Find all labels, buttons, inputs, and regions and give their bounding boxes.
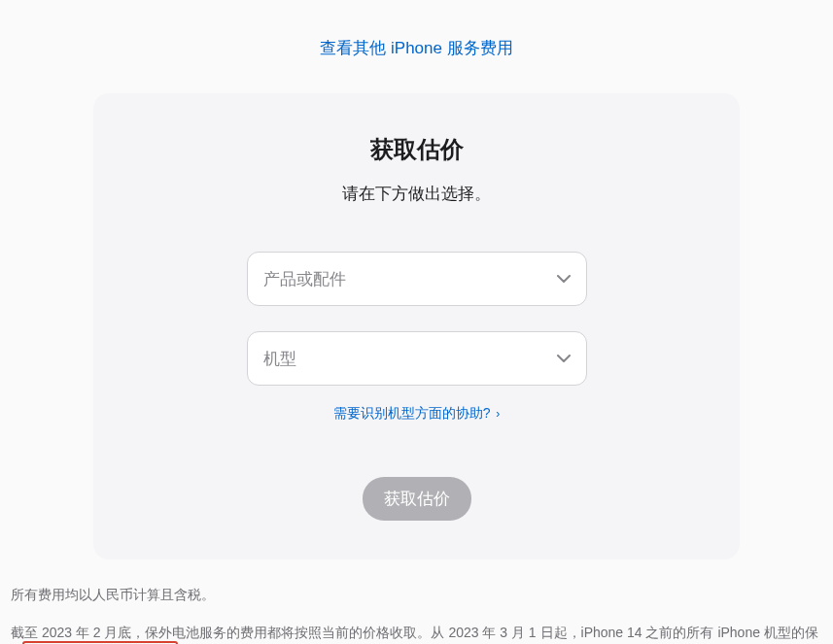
help-link-text: 需要识别机型方面的协助? (333, 405, 491, 421)
estimate-card: 获取估价 请在下方做出选择。 产品或配件 机型 需要识别机型方面的协助? › 获… (93, 93, 740, 559)
footer-line-1: 所有费用均以人民币计算且含税。 (11, 585, 822, 605)
card-subtitle: 请在下方做出选择。 (132, 183, 701, 205)
get-estimate-button[interactable]: 获取估价 (363, 477, 471, 521)
chevron-down-icon (557, 355, 571, 362)
model-select[interactable]: 机型 (247, 331, 587, 386)
product-select-placeholder: 产品或配件 (263, 268, 346, 290)
identify-model-help-link[interactable]: 需要识别机型方面的协助? › (132, 405, 701, 423)
footer-line-2: 截至 2023 年 2 月底，保外电池服务的费用都将按照当前的价格收取。从 20… (11, 623, 822, 644)
footer-notes: 所有费用均以人民币计算且含税。 截至 2023 年 2 月底，保外电池服务的费用… (11, 559, 822, 644)
other-services-link[interactable]: 查看其他 iPhone 服务费用 (0, 37, 833, 59)
card-title: 获取估价 (132, 134, 701, 165)
chevron-right-icon: › (496, 407, 500, 421)
product-select[interactable]: 产品或配件 (247, 252, 587, 306)
chevron-down-icon (557, 275, 571, 283)
model-select-placeholder: 机型 (263, 348, 296, 370)
